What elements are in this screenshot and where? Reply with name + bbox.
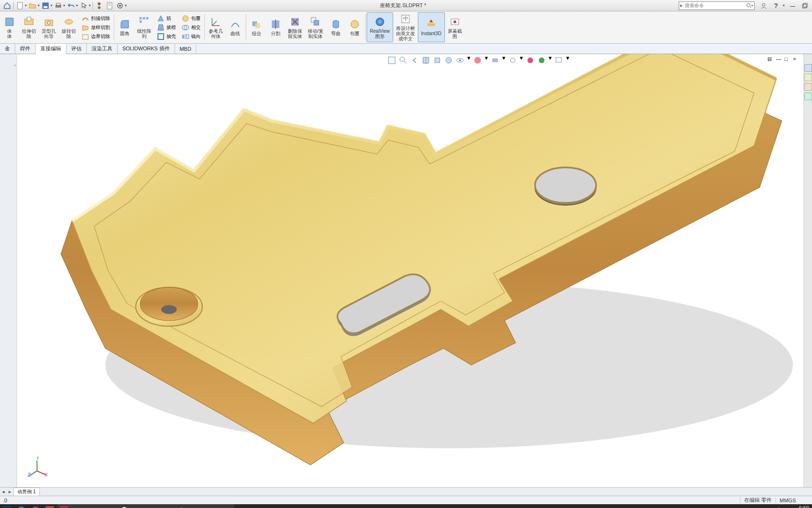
taskpane-tab1-icon[interactable] — [804, 64, 812, 72]
minimize-icon[interactable]: — — [787, 1, 798, 10]
print-dropdown[interactable]: ▼ — [63, 4, 66, 7]
bend-button[interactable]: 弯曲 — [326, 12, 345, 42]
open-icon[interactable] — [28, 1, 38, 10]
extrude-cut-button[interactable]: 体 体 — [0, 12, 19, 42]
wrap2-button[interactable]: 包覆 — [345, 12, 364, 42]
view-triad[interactable]: Y X Z — [27, 457, 47, 478]
apply-scene-icon[interactable] — [490, 55, 500, 66]
viewport[interactable]: ▼ ▼ ▼ ▼ ▼ ▼ ⊟ — □ × — [17, 54, 803, 487]
move-copy-button[interactable]: 移动/复 制实体 — [305, 12, 326, 42]
doc-props-icon[interactable] — [104, 1, 115, 10]
view-settings-icon[interactable] — [508, 55, 518, 66]
view-orient-icon[interactable] — [432, 55, 443, 66]
tab-scroll-left[interactable]: ◄ — [0, 489, 7, 494]
svg-rect-28 — [158, 34, 164, 39]
restore-icon[interactable] — [800, 1, 810, 10]
tab-sheetmetal[interactable]: 金 — [0, 44, 15, 54]
taskpane-tab4-icon[interactable] — [804, 93, 812, 100]
boundary-cut-button[interactable]: 边界切除 — [81, 32, 111, 41]
viewport-config-icon[interactable] — [554, 55, 564, 66]
taskbar-app2[interactable] — [28, 504, 43, 508]
curves-button[interactable]: 曲线 — [226, 12, 245, 42]
tab-scroll-right[interactable]: ► — [7, 489, 13, 494]
zoom-fit-icon[interactable] — [387, 55, 397, 66]
tree-english-button[interactable]: 中将设计树 由英文改 成中文 — [393, 12, 418, 42]
rebuild-icon[interactable] — [94, 1, 104, 10]
svg-text:Z: Z — [28, 472, 31, 478]
display-style-icon[interactable] — [443, 55, 454, 66]
taskbar-clock[interactable]: 6:59 2022/5/20 — [790, 506, 809, 508]
taskbar-solidworks[interactable]: SW SOLIDWORKS P... — [57, 504, 117, 508]
shell-button[interactable]: 抽壳 — [156, 32, 177, 41]
select-dropdown[interactable]: ▼ — [88, 4, 92, 7]
system-tray[interactable]: ▲ ◆ 中 🔊 ▮ 6:59 2022/5/20 — [752, 506, 812, 508]
split-button[interactable]: 分割 — [266, 12, 285, 42]
search-dropdown[interactable]: ▾ — [751, 4, 754, 8]
new-doc-icon[interactable] — [15, 1, 25, 10]
intersect-button[interactable]: 相交 — [181, 23, 202, 32]
tab-direct-edit[interactable]: 直接编辑 — [36, 44, 66, 55]
draft-button[interactable]: 拔模 — [156, 23, 177, 32]
screenshot-button[interactable]: 屏幕截 图 — [445, 12, 465, 42]
zoom-area-icon[interactable] — [398, 55, 408, 66]
undo-icon[interactable] — [66, 1, 76, 10]
appearance-color1-icon[interactable] — [525, 55, 535, 66]
feature-tree-panel[interactable]: › — [0, 54, 17, 487]
search-box[interactable]: ▸ ▾ — [679, 1, 755, 10]
help-icon[interactable]: ? — [771, 1, 781, 10]
hide-show-icon[interactable] — [455, 55, 465, 66]
ref-geom-button[interactable]: 参考几 何体 — [206, 12, 226, 42]
options-icon[interactable] — [115, 1, 125, 10]
svg-text:X: X — [45, 472, 47, 478]
prev-view-icon[interactable] — [409, 55, 420, 66]
stretch-cut-button[interactable]: 拉伸切 除 — [19, 12, 39, 42]
taskbar-ps[interactable]: Ps — [0, 504, 14, 508]
instant3d-button[interactable]: Instant3D — [418, 12, 445, 42]
ribbon: 体 体 拉伸切 除 异型孔 向导 旋转切 除 扫描切除 放样切割 边界切除 圆角… — [0, 11, 812, 44]
print-icon[interactable] — [53, 1, 64, 10]
undo-dropdown[interactable]: ▼ — [75, 4, 79, 7]
search-input[interactable] — [684, 3, 745, 8]
loft-cut-button[interactable]: 放样切割 — [81, 23, 111, 32]
save-dropdown[interactable]: ▼ — [50, 4, 53, 7]
sweep-cut-button[interactable]: 扫描切除 — [81, 14, 111, 23]
delete-keep-button[interactable]: 删除保 留实体 — [285, 12, 305, 42]
taskpane-tab2-icon[interactable] — [804, 74, 812, 81]
task-pane[interactable] — [803, 54, 812, 487]
taskbar-browser[interactable]: 公众号 - 360极速... — [117, 504, 177, 508]
appearance-color2-icon[interactable] — [536, 55, 547, 66]
mirror-button[interactable]: 镜向 — [181, 32, 202, 41]
tab-addins[interactable]: SOLIDWORKS 插件 — [118, 44, 175, 54]
svg-rect-64 — [492, 58, 498, 62]
tab-weldments[interactable]: 焊件 — [15, 44, 36, 54]
panel-expand-icon[interactable]: › — [14, 63, 16, 68]
open-dropdown[interactable]: ▼ — [37, 4, 40, 7]
user-icon[interactable] — [758, 1, 769, 10]
tab-evaluate[interactable]: 评估 — [66, 44, 87, 54]
taskbar-app1[interactable] — [14, 504, 28, 508]
hole-wizard-button[interactable]: 异型孔 向导 — [39, 12, 59, 42]
select-icon[interactable] — [79, 1, 89, 10]
wrap-button[interactable]: 包覆 — [181, 14, 202, 23]
taskbar-app3[interactable]: ∞ — [43, 504, 57, 508]
taskbar-explorer[interactable]: H:\微信公众号\0... — [177, 504, 234, 508]
svg-point-14 — [762, 3, 765, 6]
status-units[interactable]: MMGS — [775, 498, 800, 503]
save-icon[interactable] — [40, 1, 51, 10]
combine-button[interactable]: 组合 — [247, 12, 266, 42]
section-view-icon[interactable] — [421, 55, 431, 66]
fillet-button[interactable]: 圆角 — [115, 12, 134, 42]
linear-pattern-button[interactable]: 线性阵 列 — [134, 12, 154, 42]
taskpane-tab3-icon[interactable] — [804, 83, 812, 91]
motion-study-tab[interactable]: 动算例 1 — [13, 488, 40, 496]
home-icon[interactable] — [2, 1, 12, 10]
revolve-cut-button[interactable]: 旋转切 除 — [59, 12, 79, 42]
tab-mbd[interactable]: MBD — [175, 45, 196, 53]
new-dropdown[interactable]: ▼ — [24, 4, 28, 7]
options-dropdown[interactable]: ▼ — [124, 4, 128, 7]
svg-rect-16 — [803, 3, 807, 7]
realview-button[interactable]: RealView 图形 — [367, 12, 393, 42]
rib-button[interactable]: 筋 — [156, 14, 177, 23]
tab-render[interactable]: 渲染工具 — [87, 44, 118, 54]
edit-appearance-icon[interactable] — [472, 55, 483, 66]
